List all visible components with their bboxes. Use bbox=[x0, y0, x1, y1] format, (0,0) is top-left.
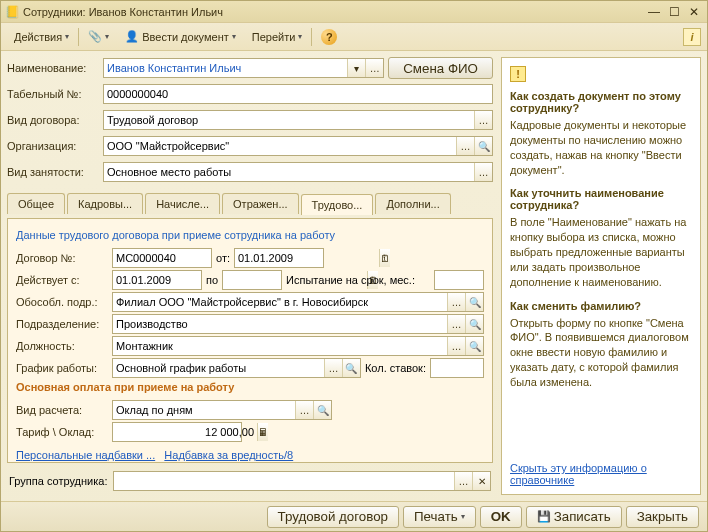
group-input[interactable] bbox=[114, 472, 454, 490]
pay-type-input[interactable] bbox=[113, 401, 295, 419]
pay-rate-label: Тариф \ Оклад: bbox=[16, 426, 108, 438]
help-button[interactable]: ? bbox=[314, 26, 344, 48]
rates-label: Кол. ставок: bbox=[365, 362, 426, 374]
tab-accruals[interactable]: Начисле... bbox=[145, 193, 220, 214]
schedule-field[interactable]: … 🔍 bbox=[112, 358, 361, 378]
name-label: Наименование: bbox=[7, 62, 99, 74]
contract-from-label: от: bbox=[216, 252, 230, 264]
name-input[interactable] bbox=[104, 59, 347, 77]
toolbar-link-button[interactable]: 📎▾ bbox=[81, 27, 116, 46]
ellipsis-button[interactable]: … bbox=[295, 401, 313, 419]
tab-additional[interactable]: Дополни... bbox=[375, 193, 450, 214]
info-toggle-button[interactable]: i bbox=[683, 28, 701, 46]
dept-input[interactable] bbox=[113, 315, 447, 333]
lookup-button[interactable]: 🔍 bbox=[313, 401, 331, 419]
ellipsis-button[interactable]: … bbox=[474, 111, 492, 129]
name-field[interactable]: ▾ … bbox=[103, 58, 384, 78]
group-field[interactable]: … ✕ bbox=[113, 471, 491, 491]
lookup-button[interactable]: 🔍 bbox=[465, 293, 483, 311]
close-button[interactable]: Закрыть bbox=[626, 506, 699, 528]
lookup-button[interactable]: 🔍 bbox=[342, 359, 360, 377]
pay-rate-field[interactable]: 🖩 bbox=[112, 422, 242, 442]
dept-field[interactable]: … 🔍 bbox=[112, 314, 484, 334]
contract-type-field[interactable]: … bbox=[103, 110, 493, 130]
tabstrip: Общее Кадровы... Начисле... Отражен... Т… bbox=[7, 193, 493, 214]
help-a1: Кадровые документы и некоторые документы… bbox=[510, 118, 692, 177]
rates-input[interactable] bbox=[431, 359, 493, 377]
close-window-button[interactable]: ✕ bbox=[685, 4, 703, 20]
contract-from-field[interactable]: 🗓 bbox=[234, 248, 324, 268]
personal-bonuses-link[interactable]: Персональные надбавки ... bbox=[16, 449, 155, 461]
lookup-button[interactable]: 🔍 bbox=[474, 137, 492, 155]
ellipsis-button[interactable]: … bbox=[447, 337, 465, 355]
print-menu-button[interactable]: Печать ▾ bbox=[403, 506, 476, 528]
tab-contract[interactable]: Трудово... bbox=[301, 194, 374, 215]
titlebar: 📒 Сотрудники: Иванов Константин Ильич — … bbox=[1, 1, 707, 23]
contract-no-label: Договор №: bbox=[16, 252, 108, 264]
chevron-down-icon: ▾ bbox=[232, 32, 236, 41]
enter-document-button[interactable]: 👤 Ввести документ ▾ bbox=[118, 27, 243, 46]
chevron-down-icon: ▾ bbox=[65, 32, 69, 41]
valid-to-field[interactable]: 🗓 bbox=[222, 270, 282, 290]
question-icon: ? bbox=[321, 29, 337, 45]
schedule-label: График работы: bbox=[16, 362, 108, 374]
ellipsis-button[interactable]: … bbox=[454, 472, 472, 490]
contract-type-input[interactable] bbox=[104, 111, 474, 129]
lookup-button[interactable]: 🔍 bbox=[465, 315, 483, 333]
schedule-input[interactable] bbox=[113, 359, 324, 377]
help-a2: В поле "Наименование" нажать на кнопку в… bbox=[510, 215, 692, 289]
group-label: Группа сотрудника: bbox=[9, 475, 107, 487]
pay-rate-input[interactable] bbox=[113, 423, 257, 441]
division-input[interactable] bbox=[113, 293, 447, 311]
actions-menu[interactable]: Действия ▾ bbox=[7, 28, 76, 46]
help-a3: Открыть форму по кнопке "Смена ФИО". В п… bbox=[510, 316, 692, 390]
tabno-label: Табельный №: bbox=[7, 88, 99, 100]
division-field[interactable]: … 🔍 bbox=[112, 292, 484, 312]
contract-no-field[interactable] bbox=[112, 248, 212, 268]
trial-field[interactable] bbox=[434, 270, 484, 290]
hide-help-link[interactable]: Скрыть эту информацию о справочнике bbox=[510, 462, 692, 486]
tab-panel-contract: Данные трудового договора при приеме сот… bbox=[7, 218, 493, 463]
tab-reflection[interactable]: Отражен... bbox=[222, 193, 299, 214]
minimize-button[interactable]: — bbox=[645, 4, 663, 20]
tabno-field[interactable] bbox=[103, 84, 493, 104]
ellipsis-button[interactable]: … bbox=[447, 315, 465, 333]
position-field[interactable]: … 🔍 bbox=[112, 336, 484, 356]
lookup-button[interactable]: 🔍 bbox=[465, 337, 483, 355]
emp-type-input[interactable] bbox=[104, 163, 474, 181]
tab-general[interactable]: Общее bbox=[7, 193, 65, 214]
valid-from-label: Действует с: bbox=[16, 274, 108, 286]
ellipsis-button[interactable]: … bbox=[324, 359, 342, 377]
ellipsis-button[interactable]: … bbox=[456, 137, 474, 155]
ellipsis-button[interactable]: … bbox=[447, 293, 465, 311]
calendar-button[interactable]: 🗓 bbox=[379, 249, 390, 267]
hazard-bonus-link[interactable]: Надбавка за вредность/8 bbox=[164, 449, 293, 461]
ellipsis-button[interactable]: … bbox=[365, 59, 383, 77]
save-icon: 💾 bbox=[537, 510, 551, 523]
emp-type-field[interactable]: … bbox=[103, 162, 493, 182]
save-button[interactable]: 💾 Записать bbox=[526, 506, 622, 528]
contract-from-input[interactable] bbox=[235, 249, 379, 267]
tab-hr[interactable]: Кадровы... bbox=[67, 193, 143, 214]
contract-print-button[interactable]: Трудовой договор bbox=[267, 506, 399, 528]
help-panel: ! Как создать документ по этому сотрудни… bbox=[501, 57, 701, 495]
ellipsis-button[interactable]: … bbox=[474, 163, 492, 181]
valid-from-field[interactable]: 🗓 bbox=[112, 270, 202, 290]
goto-menu[interactable]: Перейти ▾ bbox=[245, 28, 310, 46]
tabno-input[interactable] bbox=[104, 85, 492, 103]
pay-type-field[interactable]: … 🔍 bbox=[112, 400, 332, 420]
change-fio-button[interactable]: Смена ФИО bbox=[388, 57, 493, 79]
ok-button[interactable]: OK bbox=[480, 506, 522, 528]
chevron-down-icon: ▾ bbox=[298, 32, 302, 41]
trial-input[interactable] bbox=[435, 271, 493, 289]
calc-button[interactable]: 🖩 bbox=[257, 423, 268, 441]
maximize-button[interactable]: ☐ bbox=[665, 4, 683, 20]
org-input[interactable] bbox=[104, 137, 456, 155]
valid-to-label: по bbox=[206, 274, 218, 286]
dropdown-button[interactable]: ▾ bbox=[347, 59, 365, 77]
org-field[interactable]: … 🔍 bbox=[103, 136, 493, 156]
position-input[interactable] bbox=[113, 337, 447, 355]
clear-button[interactable]: ✕ bbox=[472, 472, 490, 490]
section-pay: Основная оплата при приеме на работу bbox=[16, 381, 484, 393]
rates-field[interactable]: ▾ bbox=[430, 358, 484, 378]
